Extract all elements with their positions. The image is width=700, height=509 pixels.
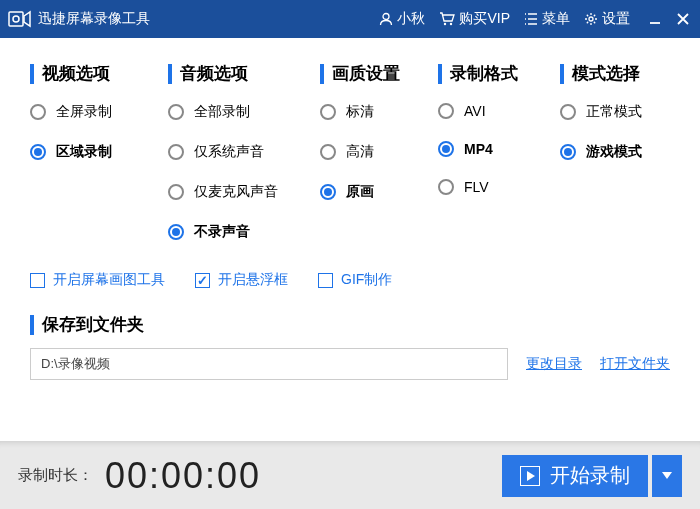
svg-point-1 bbox=[13, 16, 19, 22]
check-gif[interactable]: GIF制作 bbox=[318, 271, 392, 289]
radio-icon bbox=[438, 103, 454, 119]
column-heading: 视频选项 bbox=[30, 62, 168, 85]
start-record-button[interactable]: 开始录制 bbox=[502, 455, 648, 497]
checkbox-icon bbox=[195, 273, 210, 288]
option-label: 全部录制 bbox=[194, 103, 250, 121]
option-label: 仅系统声音 bbox=[194, 143, 264, 161]
user-button[interactable]: 小秋 bbox=[379, 10, 425, 28]
option-label: FLV bbox=[464, 179, 489, 195]
option-mode-0[interactable]: 正常模式 bbox=[560, 103, 642, 121]
user-icon bbox=[379, 12, 393, 26]
svg-point-5 bbox=[589, 17, 593, 21]
svg-point-2 bbox=[383, 14, 389, 20]
option-quality-1[interactable]: 高清 bbox=[320, 143, 438, 161]
open-folder-link[interactable]: 打开文件夹 bbox=[600, 355, 670, 373]
radio-icon bbox=[320, 104, 336, 120]
vip-button[interactable]: 购买VIP bbox=[439, 10, 510, 28]
close-button[interactable] bbox=[676, 12, 690, 26]
menu-button[interactable]: 菜单 bbox=[524, 10, 570, 28]
column-quality-settings: 画质设置标清高清原画 bbox=[320, 62, 438, 263]
column-heading: 模式选择 bbox=[560, 62, 642, 85]
option-audio-3[interactable]: 不录声音 bbox=[168, 223, 320, 241]
option-quality-0[interactable]: 标清 bbox=[320, 103, 438, 121]
option-label: 全屏录制 bbox=[56, 103, 112, 121]
svg-point-4 bbox=[450, 23, 452, 25]
option-quality-2[interactable]: 原画 bbox=[320, 183, 438, 201]
column-video-options: 视频选项全屏录制区域录制 bbox=[30, 62, 168, 263]
radio-icon bbox=[438, 141, 454, 157]
option-label: AVI bbox=[464, 103, 486, 119]
gear-icon bbox=[584, 12, 598, 26]
option-label: 不录声音 bbox=[194, 223, 250, 241]
option-label: 正常模式 bbox=[586, 103, 642, 121]
camera-icon bbox=[8, 9, 32, 29]
option-label: 原画 bbox=[346, 183, 374, 201]
save-heading: 保存到文件夹 bbox=[30, 313, 670, 336]
option-format-1[interactable]: MP4 bbox=[438, 141, 560, 157]
option-label: MP4 bbox=[464, 141, 493, 157]
svg-rect-0 bbox=[9, 12, 23, 26]
radio-icon bbox=[168, 104, 184, 120]
option-label: 高清 bbox=[346, 143, 374, 161]
app-title: 迅捷屏幕录像工具 bbox=[38, 10, 150, 28]
title-bar: 迅捷屏幕录像工具 小秋 购买VIP 菜单 设置 bbox=[0, 0, 700, 38]
radio-icon bbox=[168, 224, 184, 240]
option-audio-1[interactable]: 仅系统声音 bbox=[168, 143, 320, 161]
column-heading: 录制格式 bbox=[438, 62, 560, 85]
save-path-input[interactable] bbox=[30, 348, 508, 380]
app-logo: 迅捷屏幕录像工具 bbox=[8, 9, 150, 29]
check-draw-tool[interactable]: 开启屏幕画图工具 bbox=[30, 271, 165, 289]
checkbox-icon bbox=[318, 273, 333, 288]
option-audio-0[interactable]: 全部录制 bbox=[168, 103, 320, 121]
radio-icon bbox=[320, 184, 336, 200]
close-icon bbox=[676, 12, 690, 26]
settings-button[interactable]: 设置 bbox=[584, 10, 630, 28]
radio-icon bbox=[168, 184, 184, 200]
option-label: 游戏模式 bbox=[586, 143, 642, 161]
option-video-0[interactable]: 全屏录制 bbox=[30, 103, 168, 121]
option-format-2[interactable]: FLV bbox=[438, 179, 560, 195]
column-heading: 音频选项 bbox=[168, 62, 320, 85]
change-dir-link[interactable]: 更改目录 bbox=[526, 355, 582, 373]
column-audio-options: 音频选项全部录制仅系统声音仅麦克风声音不录声音 bbox=[168, 62, 320, 263]
option-mode-1[interactable]: 游戏模式 bbox=[560, 143, 642, 161]
main-panel: 视频选项全屏录制区域录制音频选项全部录制仅系统声音仅麦克风声音不录声音画质设置标… bbox=[0, 38, 700, 392]
record-duration-value: 00:00:00 bbox=[105, 455, 261, 497]
radio-icon bbox=[30, 104, 46, 120]
radio-icon bbox=[560, 144, 576, 160]
radio-icon bbox=[168, 144, 184, 160]
radio-icon bbox=[320, 144, 336, 160]
radio-icon bbox=[30, 144, 46, 160]
list-icon bbox=[524, 13, 538, 25]
option-label: 仅麦克风声音 bbox=[194, 183, 278, 201]
minimize-icon bbox=[648, 12, 662, 26]
svg-point-3 bbox=[444, 23, 446, 25]
checkbox-icon bbox=[30, 273, 45, 288]
play-icon bbox=[520, 466, 540, 486]
option-label: 区域录制 bbox=[56, 143, 112, 161]
radio-icon bbox=[438, 179, 454, 195]
record-duration-label: 录制时长： bbox=[18, 466, 93, 485]
column-mode-select: 模式选择正常模式游戏模式 bbox=[560, 62, 642, 263]
check-float-window[interactable]: 开启悬浮框 bbox=[195, 271, 288, 289]
option-video-1[interactable]: 区域录制 bbox=[30, 143, 168, 161]
cart-icon bbox=[439, 12, 455, 26]
option-audio-2[interactable]: 仅麦克风声音 bbox=[168, 183, 320, 201]
option-label: 标清 bbox=[346, 103, 374, 121]
bottom-bar: 录制时长： 00:00:00 开始录制 bbox=[0, 441, 700, 509]
start-record-dropdown[interactable] bbox=[652, 455, 682, 497]
minimize-button[interactable] bbox=[648, 12, 662, 26]
column-heading: 画质设置 bbox=[320, 62, 438, 85]
radio-icon bbox=[560, 104, 576, 120]
option-format-0[interactable]: AVI bbox=[438, 103, 560, 119]
column-record-format: 录制格式AVIMP4FLV bbox=[438, 62, 560, 263]
